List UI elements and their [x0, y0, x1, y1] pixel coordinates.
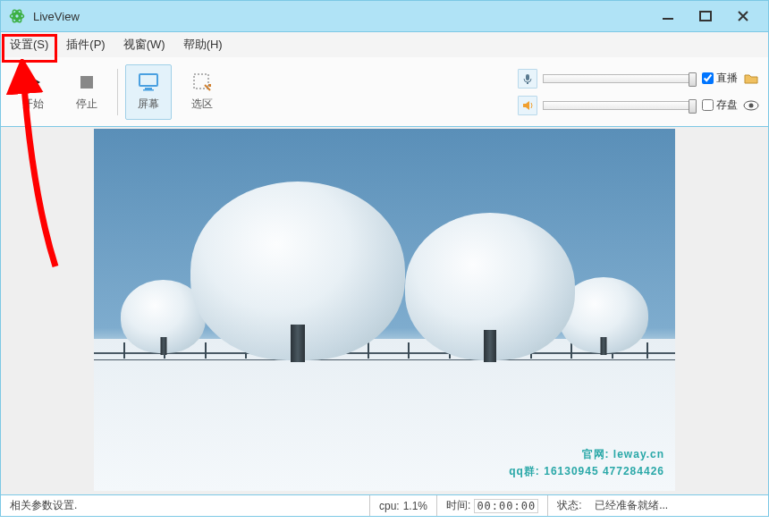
menu-settings[interactable]: 设置(S) [1, 33, 57, 56]
svg-rect-5 [700, 12, 711, 21]
monitor-icon [138, 72, 159, 93]
window-controls [657, 5, 761, 27]
toolbar: 开始 停止 屏幕 选区 直播 存盘 [0, 57, 769, 127]
status-cpu: cpu:1.1% [369, 495, 436, 516]
menu-plugins[interactable]: 插件(P) [57, 33, 114, 56]
svg-rect-9 [143, 89, 154, 91]
toolbar-region-button[interactable]: 选区 [179, 64, 225, 120]
play-icon [22, 72, 44, 93]
time-display: 00:00:00 [474, 499, 538, 513]
stop-icon [76, 72, 97, 93]
status-bar: 相关参数设置. cpu:1.1% 时间: 00:00:00 状态: 已经准备就绪… [0, 495, 769, 517]
toolbar-source-group: 屏幕 选区 [125, 64, 225, 120]
toolbar-screen-button[interactable]: 屏幕 [125, 64, 172, 120]
svg-point-0 [15, 14, 20, 19]
svg-rect-8 [145, 88, 152, 89]
toolbar-label: 开始 [22, 97, 44, 112]
menu-bar: 设置(S) 插件(P) 视窗(W) 帮助(H) [0, 32, 769, 57]
region-select-icon [191, 72, 213, 93]
toolbar-playback-group: 开始 停止 [10, 64, 110, 120]
minimize-button[interactable] [657, 5, 679, 27]
svg-rect-6 [80, 76, 93, 89]
svg-rect-12 [527, 82, 528, 84]
close-button[interactable] [732, 5, 754, 27]
app-logo-icon [8, 7, 26, 25]
toolbar-start-button[interactable]: 开始 [10, 64, 56, 120]
menu-help[interactable]: 帮助(H) [174, 33, 232, 56]
menu-window[interactable]: 视窗(W) [114, 33, 174, 56]
speaker-icon[interactable] [518, 96, 537, 115]
svg-point-14 [749, 103, 754, 107]
toolbar-label: 屏幕 [138, 97, 159, 112]
mic-slider-row: 直播 [518, 69, 759, 89]
svg-rect-11 [526, 74, 529, 80]
title-bar: LiveView [0, 0, 769, 32]
status-state: 状态: 已经准备就绪... [547, 495, 768, 516]
status-message: 相关参数设置. [1, 498, 369, 513]
speaker-volume-slider[interactable] [543, 101, 697, 110]
watermark-text: 官网: leway.cn qq群: 16130945 477284426 [509, 446, 664, 480]
speaker-slider-row: 存盘 [518, 96, 759, 115]
eye-icon[interactable] [743, 97, 759, 114]
svg-rect-7 [139, 74, 157, 86]
toolbar-right-panel: 直播 存盘 [518, 69, 759, 115]
toolbar-separator [117, 69, 118, 115]
mic-volume-slider[interactable] [543, 74, 697, 83]
toolbar-label: 停止 [76, 97, 97, 112]
folder-open-icon[interactable] [743, 71, 759, 87]
mic-icon[interactable] [518, 69, 537, 89]
toolbar-label: 选区 [191, 97, 213, 112]
preview-image: 官网: leway.cn qq群: 16130945 477284426 [94, 129, 675, 491]
svg-rect-4 [663, 18, 673, 20]
toolbar-stop-button[interactable]: 停止 [63, 64, 110, 120]
maximize-button[interactable] [695, 5, 716, 27]
preview-area: 官网: leway.cn qq群: 16130945 477284426 [0, 127, 769, 495]
status-time: 时间: 00:00:00 [436, 495, 547, 516]
live-checkbox[interactable]: 直播 [702, 71, 738, 86]
save-checkbox[interactable]: 存盘 [702, 97, 738, 113]
app-title: LiveView [33, 10, 657, 23]
